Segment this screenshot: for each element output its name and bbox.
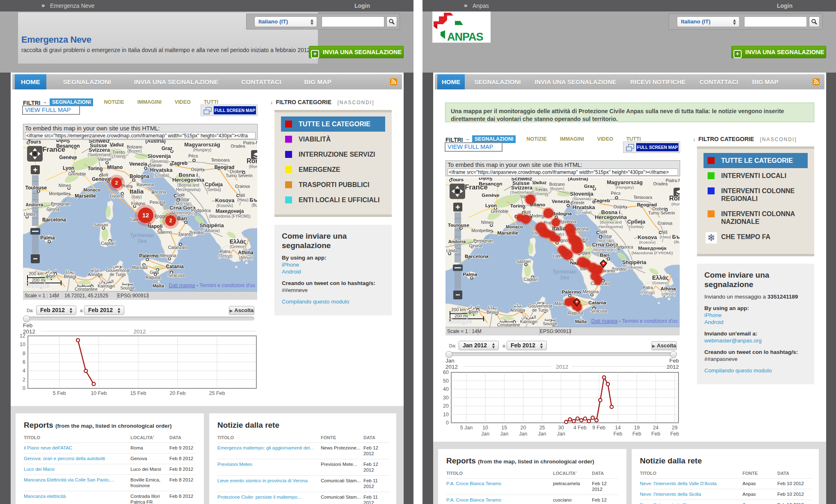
- report-title-link[interactable]: P.A. Croce Bianca Teramo: [446, 497, 501, 502]
- news-title-link[interactable]: Lieve evento sismico in provincia di Ver…: [217, 478, 308, 483]
- category-item[interactable]: VIABILITÀ: [281, 132, 385, 147]
- category-item[interactable]: TRASPORTI PUBBLICI: [281, 177, 385, 192]
- category-item[interactable]: EMERGENZE: [281, 162, 385, 177]
- category-item[interactable]: TUTTE LE CATEGORIE: [704, 153, 808, 168]
- rss-icon[interactable]: [813, 78, 820, 85]
- map-label-city: Genève: [59, 155, 77, 160]
- category-item[interactable]: TUTTE LE CATEGORIE: [281, 116, 385, 132]
- map-label-small: Ragusa: [568, 311, 583, 315]
- category-item[interactable]: INTERVENTI COLONNE REGIONALI: [704, 183, 808, 206]
- howto-link[interactable]: Android: [282, 268, 384, 275]
- date-from-select[interactable]: Jan 2012 ▲▼: [459, 341, 499, 350]
- howto-link[interactable]: Compilando questo modulo: [704, 367, 807, 374]
- nav-tab[interactable]: SEGNALAZIONI: [57, 74, 117, 89]
- login-link[interactable]: Login: [354, 2, 370, 9]
- report-title-link[interactable]: Genova: orari e percorsi della autobotti: [24, 456, 105, 461]
- embed-code-input[interactable]: [25, 132, 256, 139]
- embed-code-input[interactable]: [448, 169, 678, 176]
- report-marker[interactable]: [594, 278, 601, 285]
- map-label-small: Girona: [46, 207, 59, 212]
- report-marker[interactable]: [571, 242, 583, 254]
- invia-una-segnalazione-button[interactable]: +INVIA UNA SEGNALAZIONE: [731, 46, 826, 58]
- date-from-select[interactable]: Feb 2012 ▲▼: [36, 306, 76, 315]
- search-input[interactable]: [322, 16, 384, 27]
- report-marker[interactable]: [525, 194, 535, 204]
- full-screen-map-button[interactable]: FULL SCREEN MAP: [636, 143, 678, 151]
- filter-tab[interactable]: IMMAGINI: [135, 98, 164, 106]
- category-item[interactable]: ❄ CHE TEMPO FA: [704, 229, 808, 246]
- nascondi-toggle[interactable]: [NASCONDI]: [760, 137, 797, 142]
- slider-handle-left[interactable]: [23, 315, 30, 322]
- language-select[interactable]: Italiano (IT) ▲▼: [254, 16, 317, 27]
- full-screen-map-button[interactable]: FULL SCREEN MAP: [214, 106, 256, 114]
- news-title-link[interactable]: Neve: l'intervento della Sicilia: [640, 492, 701, 497]
- view-full-map-button[interactable]: VIEW FULL MAP: [445, 142, 503, 152]
- report-title-link[interactable]: Mancanza Elettricità via Colle San Paolo…: [24, 477, 114, 482]
- nav-tab[interactable]: INVIA UNA SEGNALAZIONE: [128, 74, 225, 89]
- rss-icon[interactable]: [390, 78, 397, 85]
- nav-tab[interactable]: BIG MAP: [298, 74, 337, 89]
- howto-link[interactable]: Compilando questo modulo: [282, 298, 384, 305]
- category-item[interactable]: INTERRUZIONE SERVIZI: [281, 147, 385, 162]
- news-title-link[interactable]: Protezione Civile: persiste il maltempo.…: [217, 495, 302, 499]
- expand-map-icon[interactable]: [626, 144, 635, 151]
- map-label-sub: (Hungary): [193, 148, 211, 152]
- language-select[interactable]: Italiano (IT) ▲▼: [677, 16, 740, 27]
- slider-handle-right[interactable]: [670, 351, 677, 358]
- howto-link[interactable]: webmaster@anpas.org: [704, 337, 807, 344]
- filter-tab[interactable]: VIDEO: [172, 98, 193, 106]
- nav-tab[interactable]: CONTATTACI: [695, 74, 742, 89]
- map-viewport[interactable]: FranceSchweizSuisseSvizzera(Switzerland)…: [23, 140, 257, 292]
- report-marker[interactable]: [544, 208, 553, 218]
- news-title-link[interactable]: Neve: l'intervento in Abruzzo: [640, 502, 699, 504]
- report-title-link[interactable]: Luco dei Marsi: [24, 467, 55, 472]
- filter-tab[interactable]: NOTIZIE: [524, 135, 549, 143]
- view-full-map-button[interactable]: VIEW FULL MAP: [22, 105, 80, 115]
- howto-link[interactable]: iPhone: [704, 312, 807, 319]
- howto-link[interactable]: Android: [704, 319, 807, 326]
- ascolta-button[interactable]: ▶Ascolta: [651, 341, 677, 350]
- invia-una-segnalazione-button[interactable]: +INVIA UNA SEGNALAZIONE: [309, 46, 404, 58]
- report-marker[interactable]: [516, 214, 524, 221]
- timeline-slider[interactable]: [445, 352, 677, 356]
- report-title-link[interactable]: il Piano neve dell'ATAC: [24, 445, 72, 450]
- category-item[interactable]: INTERVENTI LOCALI: [704, 168, 808, 183]
- news-title-link[interactable]: Previsioni Meteo: [217, 462, 252, 467]
- nav-tab[interactable]: CONTATTACI: [235, 74, 287, 89]
- map-attribution[interactable]: Dati mappa - Termini e condizioni d'us: [169, 283, 255, 288]
- nav-tab[interactable]: HOME: [15, 74, 46, 89]
- login-link[interactable]: Login: [777, 2, 793, 9]
- search-button[interactable]: [809, 16, 820, 27]
- report-marker[interactable]: [552, 219, 560, 227]
- filter-tab[interactable]: IMMAGINI: [557, 135, 587, 143]
- news-row: Lieve evento sismico in provincia di Ver…: [217, 476, 389, 492]
- nav-tab[interactable]: INVIA UNA SEGNALAZIONE: [530, 74, 621, 89]
- nascondi-toggle[interactable]: [NASCONDI]: [338, 100, 375, 105]
- news-title-link[interactable]: Neve: l'intervento della Valle D'Aosta: [640, 481, 717, 486]
- report-marker[interactable]: [554, 235, 560, 242]
- nav-tab[interactable]: HOME: [437, 74, 465, 89]
- map-label-country: Shqipëria: [622, 259, 646, 265]
- date-to-select[interactable]: Feb 2012 ▲▼: [84, 306, 124, 315]
- nav-tab[interactable]: BIG MAP: [747, 74, 783, 89]
- filter-tab[interactable]: NOTIZIE: [101, 98, 126, 106]
- category-item[interactable]: ENTI LOCALI E UFFICIALI: [281, 192, 385, 208]
- category-item[interactable]: INTERVENTI COLONNA NAZIONALE: [704, 206, 808, 229]
- search-input[interactable]: [744, 16, 807, 27]
- report-title-link[interactable]: P.A. Croce Bianca Teramo: [446, 481, 501, 486]
- ascolta-button[interactable]: ▶Ascolta: [229, 306, 254, 315]
- expand-map-icon[interactable]: [203, 107, 212, 114]
- slider-handle-left[interactable]: [445, 351, 452, 358]
- map-viewport[interactable]: FranceSchweizSuisseSvizzera(Switzerland)…: [445, 178, 680, 327]
- date-to-select[interactable]: Feb 2012 ▲▼: [507, 341, 547, 350]
- map-attribution[interactable]: Dati mappa - Termini e condizioni d'us: [591, 318, 678, 324]
- search-button[interactable]: [386, 16, 397, 27]
- filter-tab[interactable]: VIDEO: [595, 135, 616, 143]
- nav-tab[interactable]: RICEVI NOTIFICHE: [626, 74, 690, 89]
- news-title-link[interactable]: Emergenza maltempo: gli aggiornamenti de…: [217, 445, 314, 450]
- report-title-link[interactable]: Mancanza elettricità: [24, 494, 66, 499]
- howto-link[interactable]: iPhone: [282, 261, 384, 268]
- timeline-slider[interactable]: [23, 317, 254, 320]
- nav-tab[interactable]: SEGNALAZIONI: [470, 74, 525, 89]
- embed-box: To embed this map in your own site use t…: [445, 160, 680, 176]
